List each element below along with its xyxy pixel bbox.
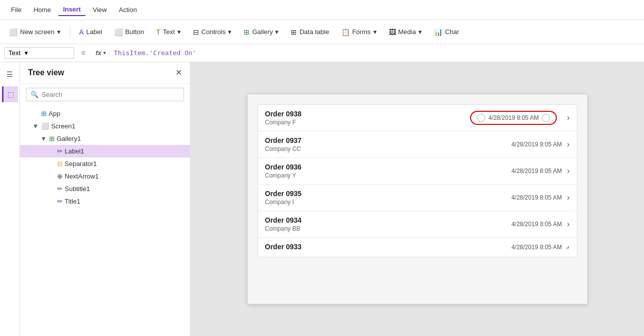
gallery-item-4[interactable]: Order 0934 Company BB 4/28/2019 8:05 AM … (258, 211, 577, 238)
gallery-item-5-content: Order 0933 (265, 243, 507, 252)
gallery-item-3-content: Order 0935 Company I (265, 190, 507, 206)
tree-body: ⊞ App ▼ ⬜ Screen1 ▼ ⊞ Gallery1 ✏ Label1 (20, 105, 190, 336)
charts-icon: 📊 (434, 28, 443, 36)
formula-bar: Text ▾ = fx ▾ ThisItem.'Created On' (0, 44, 644, 62)
gallery-list: Order 0938 Company F 4/28/2019 8:05 AM ›… (258, 104, 577, 257)
text-button[interactable]: T Text ▾ (151, 26, 185, 39)
controls-icon: ⊟ (193, 28, 199, 36)
gallery-item-2-arrow: › (567, 166, 569, 176)
gallery-item-4-content: Order 0934 Company BB (265, 216, 507, 232)
tree-close-button[interactable]: ✕ (175, 69, 182, 77)
gallery-item-2[interactable]: Order 0936 Company Y 4/28/2019 8:05 AM › (258, 158, 577, 185)
label1-icon: ✏ (57, 147, 63, 155)
gallery-button[interactable]: ⊞ Gallery ▾ (239, 26, 284, 39)
data-table-button[interactable]: ⊞ Data table (286, 26, 334, 39)
gallery-item-3-subtitle: Company I (265, 199, 507, 206)
gallery-icon: ⊞ (244, 28, 250, 36)
hamburger-icon: ☰ (7, 70, 13, 78)
controls-chevron-icon: ▾ (228, 28, 232, 36)
separator1-label: Separator1 (65, 160, 97, 167)
gallery-item-2-title: Order 0936 (265, 163, 507, 171)
controls-button[interactable]: ⊟ Controls ▾ (188, 26, 237, 39)
media-button[interactable]: 🖼 Media ▾ (384, 26, 427, 39)
gallery-item-3[interactable]: Order 0935 Company I 4/28/2019 8:05 AM › (258, 185, 577, 211)
gallery-item-1[interactable]: Order 0937 Company CC 4/28/2019 8:05 AM … (258, 131, 577, 158)
gallery-item-3-title: Order 0935 (265, 190, 507, 198)
tree-item-screen1[interactable]: ▼ ⬜ Screen1 (20, 120, 190, 132)
gallery-item-1-date: 4/28/2019 8:05 AM (511, 141, 562, 148)
tree-item-app[interactable]: ⊞ App (20, 107, 190, 120)
formula-fx-section: fx ▾ (93, 49, 110, 57)
menu-action[interactable]: Action (114, 4, 142, 16)
gallery-item-5-arrow: › (564, 243, 572, 251)
formula-value: ThisItem.'Created On' (114, 49, 640, 57)
tree-search-box[interactable]: 🔍 (26, 88, 184, 101)
tree-item-separator1[interactable]: ⊟ Separator1 (20, 157, 190, 170)
expand-placeholder (32, 110, 39, 117)
menu-insert[interactable]: Insert (58, 4, 86, 16)
separator1-expand-placeholder (48, 160, 55, 167)
tree-item-gallery1[interactable]: ▼ ⊞ Gallery1 (20, 132, 190, 145)
gallery-chevron-icon: ▾ (275, 28, 279, 36)
subtitle1-icon: ✏ (57, 185, 63, 193)
label1-expand-placeholder (48, 147, 55, 155)
new-screen-button[interactable]: ⬜ New screen ▾ (4, 26, 66, 39)
menu-view[interactable]: View (88, 4, 112, 16)
text-icon: T (156, 28, 160, 36)
gallery-item-5-title: Order 0933 (265, 243, 507, 251)
menu-home[interactable]: Home (29, 4, 56, 16)
search-icon: 🔍 (31, 91, 39, 98)
screen1-label: Screen1 (51, 122, 75, 130)
gallery-item-4-arrow: › (567, 220, 569, 229)
formula-dropdown[interactable]: Text ▾ (4, 47, 74, 59)
icon-panel: ☰ ⬚ (0, 62, 20, 336)
gallery-item-3-arrow: › (567, 193, 569, 202)
date-selected-control[interactable]: 4/28/2019 8:05 AM (470, 111, 557, 125)
main-layout: ☰ ⬚ Tree view ✕ 🔍 ⊞ App ▼ ⬜ Scr (0, 62, 644, 336)
gallery-item-4-subtitle: Company BB (265, 225, 507, 232)
tree-item-title1[interactable]: ✏ Title1 (20, 195, 190, 208)
screen-icon: ⬜ (41, 122, 49, 130)
date-selected-text: 4/28/2019 8:05 AM (488, 114, 539, 121)
forms-icon: 📋 (341, 28, 350, 36)
media-icon: 🖼 (389, 28, 396, 36)
forms-button[interactable]: 📋 Forms ▾ (336, 26, 382, 39)
app-canvas: Order 0938 Company F 4/28/2019 8:05 AM ›… (247, 94, 588, 304)
gallery-item-5[interactable]: Order 0933 4/28/2019 8:05 AM › (258, 238, 577, 257)
label1-label: Label1 (65, 147, 84, 155)
tree-panel: Tree view ✕ 🔍 ⊞ App ▼ ⬜ Screen1 ▼ ⊞ (20, 62, 190, 336)
subtitle1-label: Subtitle1 (65, 185, 90, 193)
gallery-item-0-title: Order 0938 (265, 110, 466, 118)
gallery-item-0[interactable]: Order 0938 Company F 4/28/2019 8:05 AM › (258, 105, 577, 131)
gallery1-label: Gallery1 (57, 135, 81, 142)
tree-item-subtitle1[interactable]: ✏ Subtitle1 (20, 183, 190, 195)
gallery-item-2-content: Order 0936 Company Y (265, 163, 507, 179)
gallery-item-4-date: 4/28/2019 8:05 AM (511, 221, 562, 228)
label-button[interactable]: A Label (74, 26, 107, 39)
gallery-item-2-subtitle: Company Y (265, 172, 507, 179)
charts-button[interactable]: 📊 Char (429, 26, 464, 39)
button-toolbar-button[interactable]: ⬜ Button (109, 26, 149, 39)
date-circle-left[interactable] (477, 114, 485, 122)
menu-file[interactable]: File (6, 4, 27, 16)
label-icon: A (79, 28, 84, 36)
app-label: App (49, 110, 60, 117)
media-chevron-icon: ▾ (418, 28, 422, 36)
separator-1 (70, 26, 70, 38)
menu-bar: File Home Insert View Action (0, 0, 644, 20)
nextarrow1-expand-placeholder (48, 173, 55, 180)
tree-item-nextarrow1[interactable]: ⊕ NextArrow1 (20, 170, 190, 183)
toolbar: ⬜ New screen ▾ A Label ⬜ Button T Text ▾… (0, 20, 644, 44)
gallery-item-0-subtitle: Company F (265, 119, 466, 126)
search-input[interactable] (42, 91, 179, 98)
layers-button[interactable]: ⬚ (2, 86, 18, 102)
nextarrow1-label: NextArrow1 (65, 173, 99, 180)
app-icon: ⊞ (41, 110, 47, 117)
gallery-item-3-date: 4/28/2019 8:05 AM (511, 194, 562, 201)
formula-fx-chevron: ▾ (103, 50, 106, 56)
date-circle-right[interactable] (542, 114, 550, 122)
tree-item-label1[interactable]: ✏ Label1 (20, 145, 190, 157)
hamburger-menu-button[interactable]: ☰ (2, 66, 18, 82)
new-screen-icon: ⬜ (9, 28, 18, 36)
gallery-item-1-subtitle: Company CC (265, 145, 507, 152)
